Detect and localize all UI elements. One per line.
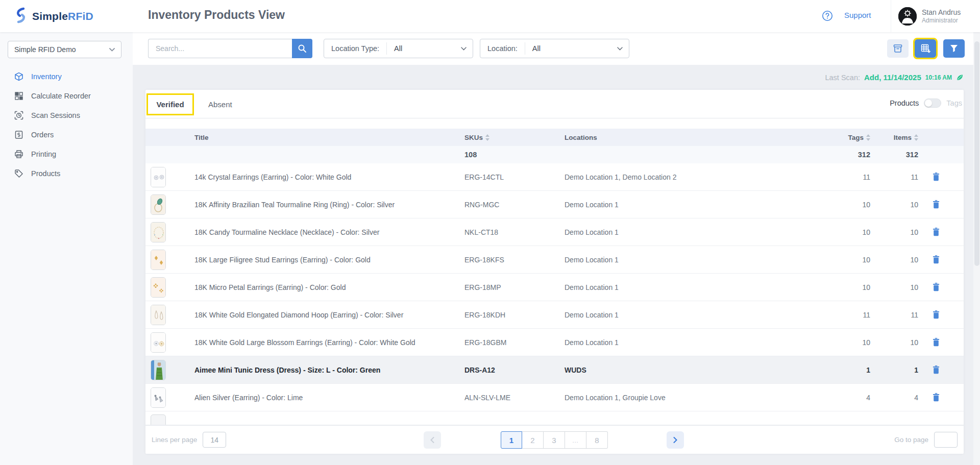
delete-row-button[interactable]: [932, 199, 941, 210]
header-skus-label: SKUs: [464, 134, 483, 141]
chevron-right-icon: [673, 437, 677, 443]
scrollbar-thumb[interactable]: [974, 41, 979, 266]
brand-logo[interactable]: SimpleRFiD: [13, 7, 93, 26]
toggle-label-products: Products: [890, 99, 919, 107]
products-tags-toggle[interactable]: [924, 99, 941, 108]
delete-row-button[interactable]: [932, 364, 941, 375]
page-button-3[interactable]: 3: [544, 431, 565, 449]
product-items-count: 10: [910, 201, 918, 209]
trash-icon: [933, 255, 940, 264]
go-to-page-input[interactable]: [934, 432, 958, 448]
search-button[interactable]: [292, 39, 312, 58]
table-row[interactable]: 18K Candy Tourmaline Necklace (Necklace)…: [145, 218, 964, 246]
product-sku: ERG-18KDH: [464, 311, 565, 319]
sort-icon: [866, 134, 870, 141]
product-tags-count: 10: [862, 283, 870, 291]
table-row[interactable]: 18K White Gold Large Blossom Earrings (E…: [145, 329, 964, 356]
trash-icon: [933, 283, 940, 291]
search-input[interactable]: [148, 39, 292, 58]
header-items[interactable]: Items: [894, 134, 918, 141]
page-ellipsis[interactable]: ...: [565, 431, 586, 449]
page-button-8[interactable]: 8: [586, 431, 608, 449]
window-scrollbar[interactable]: [973, 32, 980, 465]
page-button-2[interactable]: 2: [522, 431, 544, 449]
archive-button[interactable]: [887, 39, 909, 58]
product-title: Alien Silver (Earring) - Color: Lime: [190, 394, 464, 402]
table-row[interactable]: 18K Micro Petal Earrings (Earring) - Col…: [145, 274, 964, 301]
location-value: All: [525, 44, 617, 53]
page-button-1[interactable]: 1: [501, 431, 522, 449]
tab-verified[interactable]: Verified: [146, 93, 194, 115]
table-footer: Lines per page 1 2 3 ... 8 Go to page: [145, 425, 964, 454]
product-sku: ERG-18GBM: [464, 338, 565, 347]
product-locations: Demo Location 1, Groupie Love: [565, 394, 829, 402]
workspace-selector[interactable]: Simple RFID Demo: [8, 41, 121, 58]
user-menu[interactable]: Stan Andrus Administrator: [891, 0, 980, 32]
lines-per-page-input[interactable]: [203, 432, 226, 448]
table-body: 14k Crystal Earrings (Earring) - Color: …: [145, 163, 964, 425]
summary-skus-total: 108: [464, 151, 565, 159]
previous-page-button[interactable]: [424, 431, 441, 449]
delete-row-button[interactable]: [932, 282, 941, 292]
product-thumbnail: [151, 250, 166, 270]
sidebar: Simple RFID Demo Inventory Calculate Reo…: [0, 32, 133, 465]
trash-icon: [933, 338, 940, 347]
product-thumbnail: [151, 305, 166, 325]
sidebar-item-inventory[interactable]: Inventory: [0, 67, 133, 86]
product-thumbnail: [151, 387, 166, 408]
product-title: 14k Crystal Earrings (Earring) - Color: …: [190, 173, 464, 181]
header-tags[interactable]: Tags: [848, 134, 870, 141]
product-items-count: 11: [911, 311, 918, 319]
export-excel-button[interactable]: [915, 39, 936, 58]
sidebar-item-label: Inventory: [31, 72, 62, 81]
sidebar-item-orders[interactable]: Orders: [0, 125, 133, 144]
support-link[interactable]: Support: [844, 11, 871, 19]
table-row[interactable]: 14k Crystal Earrings (Earring) - Color: …: [145, 163, 964, 191]
product-title: 18K White Gold Elongated Diamond Hoop (E…: [190, 311, 464, 319]
sidebar-item-label: Orders: [31, 131, 54, 139]
table-row[interactable]: Alien Silver (Earring) - Color: Lime ALN…: [145, 384, 964, 411]
product-sku: ALN-SLV-LME: [464, 394, 565, 402]
delete-row-button[interactable]: [932, 227, 941, 237]
workspace-selector-value: Simple RFID Demo: [14, 45, 76, 54]
location-select[interactable]: Location: All: [480, 39, 629, 58]
product-tags-count: 1: [866, 366, 870, 374]
product-locations: Demo Location 1, Demo Location 2: [565, 173, 829, 181]
sort-icon: [485, 134, 489, 141]
delete-row-button[interactable]: [932, 309, 941, 320]
printer-icon: [14, 150, 23, 159]
sidebar-item-printing[interactable]: Printing: [0, 144, 133, 164]
product-title: 18K Affinity Brazilian Teal Tourmaline R…: [190, 201, 464, 209]
delete-row-button[interactable]: [932, 392, 941, 403]
table-summary-row: 108 312 312: [145, 146, 964, 163]
sidebar-item-calculate-reorder[interactable]: Calculate Reorder: [0, 86, 133, 106]
last-scan-bar: Last Scan: Add, 11/14/2025 10:16 AM: [133, 65, 964, 90]
user-name: Stan Andrus: [922, 8, 961, 17]
trash-icon: [933, 228, 940, 236]
location-type-value: All: [387, 44, 461, 53]
table-row-highlighted[interactable]: Aimee Mini Tunic Dress (Dress) - Size: L…: [145, 356, 964, 384]
table-row[interactable]: 18K Affinity Brazilian Teal Tourmaline R…: [145, 191, 964, 218]
location-type-select[interactable]: Location Type: All: [324, 39, 473, 58]
delete-row-button[interactable]: [932, 172, 941, 182]
funnel-icon: [950, 44, 958, 53]
sidebar-item-scan-sessions[interactable]: Scan Sessions: [0, 106, 133, 125]
sort-icon: [914, 134, 918, 141]
filter-button[interactable]: [943, 39, 965, 58]
next-page-button[interactable]: [667, 431, 684, 449]
header-tags-label: Tags: [848, 134, 864, 141]
help-icon[interactable]: [822, 10, 833, 21]
delete-row-button[interactable]: [932, 254, 941, 265]
header-skus[interactable]: SKUs: [464, 134, 565, 141]
delete-row-button[interactable]: [932, 337, 941, 348]
tab-absent[interactable]: Absent: [208, 93, 232, 115]
table-row[interactable]: 18K White Gold Elongated Diamond Hoop (E…: [145, 301, 964, 329]
go-to-page-group: Go to page: [894, 432, 958, 448]
table-row[interactable]: 18K Large Filigree Stud Earrings (Earrin…: [145, 246, 964, 274]
tabs-bar: Verified Absent Products Tags: [145, 90, 964, 118]
user-role: Administrator: [922, 17, 961, 24]
sidebar-item-products[interactable]: Products: [0, 164, 133, 183]
chevron-down-icon: [617, 47, 623, 51]
excel-export-icon: [921, 44, 930, 54]
product-title: 18K Large Filigree Stud Earrings (Earrin…: [190, 256, 464, 264]
